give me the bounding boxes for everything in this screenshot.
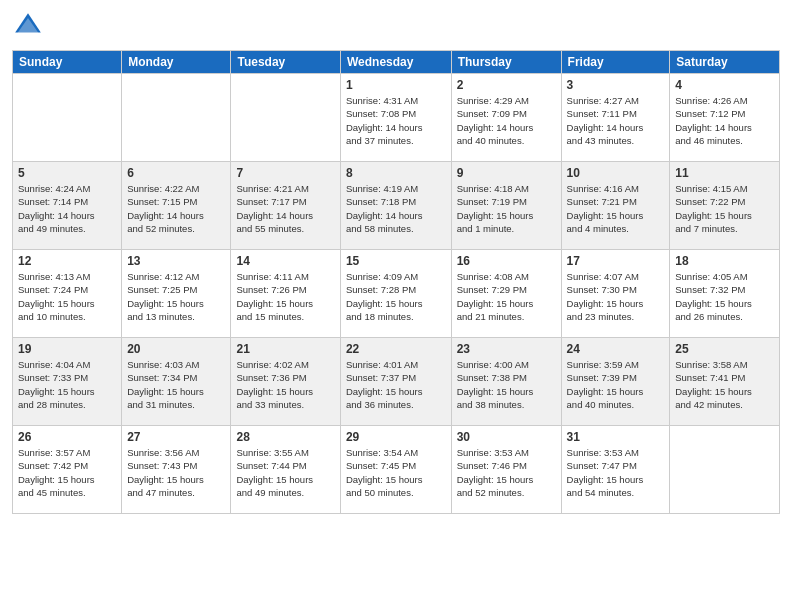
calendar-cell: 31Sunrise: 3:53 AM Sunset: 7:47 PM Dayli… [561,426,670,514]
day-number: 15 [346,254,446,268]
day-info: Sunrise: 4:22 AM Sunset: 7:15 PM Dayligh… [127,182,225,235]
calendar-cell: 30Sunrise: 3:53 AM Sunset: 7:46 PM Dayli… [451,426,561,514]
day-info: Sunrise: 3:58 AM Sunset: 7:41 PM Dayligh… [675,358,774,411]
page: SundayMondayTuesdayWednesdayThursdayFrid… [0,0,792,612]
day-number: 1 [346,78,446,92]
calendar-cell: 14Sunrise: 4:11 AM Sunset: 7:26 PM Dayli… [231,250,340,338]
calendar-cell: 16Sunrise: 4:08 AM Sunset: 7:29 PM Dayli… [451,250,561,338]
calendar-cell: 19Sunrise: 4:04 AM Sunset: 7:33 PM Dayli… [13,338,122,426]
calendar-cell: 4Sunrise: 4:26 AM Sunset: 7:12 PM Daylig… [670,74,780,162]
calendar-cell: 1Sunrise: 4:31 AM Sunset: 7:08 PM Daylig… [340,74,451,162]
day-info: Sunrise: 4:02 AM Sunset: 7:36 PM Dayligh… [236,358,334,411]
week-row-3: 12Sunrise: 4:13 AM Sunset: 7:24 PM Dayli… [13,250,780,338]
day-info: Sunrise: 4:26 AM Sunset: 7:12 PM Dayligh… [675,94,774,147]
day-info: Sunrise: 3:56 AM Sunset: 7:43 PM Dayligh… [127,446,225,499]
calendar-cell: 18Sunrise: 4:05 AM Sunset: 7:32 PM Dayli… [670,250,780,338]
calendar-cell: 3Sunrise: 4:27 AM Sunset: 7:11 PM Daylig… [561,74,670,162]
day-info: Sunrise: 3:53 AM Sunset: 7:47 PM Dayligh… [567,446,665,499]
calendar-cell: 15Sunrise: 4:09 AM Sunset: 7:28 PM Dayli… [340,250,451,338]
day-number: 6 [127,166,225,180]
calendar-cell: 22Sunrise: 4:01 AM Sunset: 7:37 PM Dayli… [340,338,451,426]
day-number: 30 [457,430,556,444]
day-info: Sunrise: 4:19 AM Sunset: 7:18 PM Dayligh… [346,182,446,235]
day-info: Sunrise: 4:15 AM Sunset: 7:22 PM Dayligh… [675,182,774,235]
day-number: 19 [18,342,116,356]
day-info: Sunrise: 4:18 AM Sunset: 7:19 PM Dayligh… [457,182,556,235]
day-number: 7 [236,166,334,180]
day-info: Sunrise: 4:09 AM Sunset: 7:28 PM Dayligh… [346,270,446,323]
day-number: 2 [457,78,556,92]
calendar-cell [13,74,122,162]
weekday-friday: Friday [561,51,670,74]
calendar-cell: 21Sunrise: 4:02 AM Sunset: 7:36 PM Dayli… [231,338,340,426]
day-number: 14 [236,254,334,268]
weekday-sunday: Sunday [13,51,122,74]
weekday-header-row: SundayMondayTuesdayWednesdayThursdayFrid… [13,51,780,74]
day-number: 27 [127,430,225,444]
calendar-cell: 25Sunrise: 3:58 AM Sunset: 7:41 PM Dayli… [670,338,780,426]
day-info: Sunrise: 3:55 AM Sunset: 7:44 PM Dayligh… [236,446,334,499]
day-info: Sunrise: 3:59 AM Sunset: 7:39 PM Dayligh… [567,358,665,411]
calendar-cell: 10Sunrise: 4:16 AM Sunset: 7:21 PM Dayli… [561,162,670,250]
day-info: Sunrise: 4:24 AM Sunset: 7:14 PM Dayligh… [18,182,116,235]
calendar-cell: 28Sunrise: 3:55 AM Sunset: 7:44 PM Dayli… [231,426,340,514]
calendar-cell: 29Sunrise: 3:54 AM Sunset: 7:45 PM Dayli… [340,426,451,514]
day-number: 26 [18,430,116,444]
day-number: 16 [457,254,556,268]
day-number: 22 [346,342,446,356]
day-number: 25 [675,342,774,356]
week-row-5: 26Sunrise: 3:57 AM Sunset: 7:42 PM Dayli… [13,426,780,514]
day-number: 23 [457,342,556,356]
day-number: 12 [18,254,116,268]
calendar-cell: 24Sunrise: 3:59 AM Sunset: 7:39 PM Dayli… [561,338,670,426]
calendar-cell: 9Sunrise: 4:18 AM Sunset: 7:19 PM Daylig… [451,162,561,250]
day-info: Sunrise: 4:03 AM Sunset: 7:34 PM Dayligh… [127,358,225,411]
calendar-cell [670,426,780,514]
weekday-saturday: Saturday [670,51,780,74]
day-info: Sunrise: 4:31 AM Sunset: 7:08 PM Dayligh… [346,94,446,147]
weekday-tuesday: Tuesday [231,51,340,74]
day-info: Sunrise: 3:53 AM Sunset: 7:46 PM Dayligh… [457,446,556,499]
calendar-cell: 7Sunrise: 4:21 AM Sunset: 7:17 PM Daylig… [231,162,340,250]
day-info: Sunrise: 4:13 AM Sunset: 7:24 PM Dayligh… [18,270,116,323]
calendar-cell: 11Sunrise: 4:15 AM Sunset: 7:22 PM Dayli… [670,162,780,250]
day-info: Sunrise: 4:08 AM Sunset: 7:29 PM Dayligh… [457,270,556,323]
day-number: 13 [127,254,225,268]
day-number: 24 [567,342,665,356]
day-number: 20 [127,342,225,356]
weekday-thursday: Thursday [451,51,561,74]
calendar-cell: 20Sunrise: 4:03 AM Sunset: 7:34 PM Dayli… [122,338,231,426]
calendar-cell: 17Sunrise: 4:07 AM Sunset: 7:30 PM Dayli… [561,250,670,338]
calendar-cell: 2Sunrise: 4:29 AM Sunset: 7:09 PM Daylig… [451,74,561,162]
calendar-cell [231,74,340,162]
day-info: Sunrise: 4:16 AM Sunset: 7:21 PM Dayligh… [567,182,665,235]
day-number: 21 [236,342,334,356]
day-info: Sunrise: 4:01 AM Sunset: 7:37 PM Dayligh… [346,358,446,411]
calendar-cell: 23Sunrise: 4:00 AM Sunset: 7:38 PM Dayli… [451,338,561,426]
calendar-cell: 8Sunrise: 4:19 AM Sunset: 7:18 PM Daylig… [340,162,451,250]
day-info: Sunrise: 4:11 AM Sunset: 7:26 PM Dayligh… [236,270,334,323]
week-row-4: 19Sunrise: 4:04 AM Sunset: 7:33 PM Dayli… [13,338,780,426]
day-info: Sunrise: 4:04 AM Sunset: 7:33 PM Dayligh… [18,358,116,411]
calendar-cell: 13Sunrise: 4:12 AM Sunset: 7:25 PM Dayli… [122,250,231,338]
calendar-cell: 26Sunrise: 3:57 AM Sunset: 7:42 PM Dayli… [13,426,122,514]
day-number: 9 [457,166,556,180]
weekday-monday: Monday [122,51,231,74]
logo [12,10,48,42]
day-number: 17 [567,254,665,268]
calendar-cell: 27Sunrise: 3:56 AM Sunset: 7:43 PM Dayli… [122,426,231,514]
day-info: Sunrise: 4:05 AM Sunset: 7:32 PM Dayligh… [675,270,774,323]
day-info: Sunrise: 4:21 AM Sunset: 7:17 PM Dayligh… [236,182,334,235]
day-info: Sunrise: 3:57 AM Sunset: 7:42 PM Dayligh… [18,446,116,499]
day-info: Sunrise: 4:27 AM Sunset: 7:11 PM Dayligh… [567,94,665,147]
day-number: 18 [675,254,774,268]
day-number: 28 [236,430,334,444]
calendar-cell: 5Sunrise: 4:24 AM Sunset: 7:14 PM Daylig… [13,162,122,250]
day-number: 31 [567,430,665,444]
logo-icon [12,10,44,42]
day-number: 3 [567,78,665,92]
day-number: 5 [18,166,116,180]
day-number: 8 [346,166,446,180]
calendar-cell [122,74,231,162]
day-info: Sunrise: 4:29 AM Sunset: 7:09 PM Dayligh… [457,94,556,147]
